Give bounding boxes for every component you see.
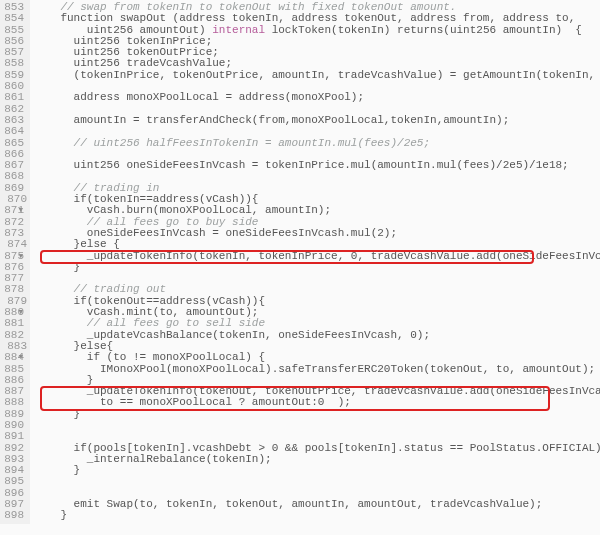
- code-area[interactable]: // swap from tokenIn to tokenOut with fi…: [30, 0, 600, 524]
- code-line[interactable]: }: [34, 262, 600, 273]
- code-line[interactable]: // uint256 halfFeesInTokenIn = amountIn.…: [34, 138, 600, 149]
- code-line[interactable]: IMonoXPool(monoXPoolLocal).safeTransferE…: [34, 364, 600, 375]
- code-line[interactable]: // all fees go to sell side: [34, 318, 600, 329]
- code-line[interactable]: to == monoXPoolLocal ? amountOut:0 );: [34, 397, 600, 408]
- code-line[interactable]: if (to != monoXPoolLocal) {: [34, 352, 600, 363]
- line-number: 861: [2, 92, 24, 103]
- line-number: 891: [2, 431, 24, 442]
- code-line[interactable]: }: [34, 465, 600, 476]
- code-line[interactable]: emit Swap(to, tokenIn, tokenOut, amountI…: [34, 499, 600, 510]
- line-number: 854: [2, 13, 24, 24]
- code-line[interactable]: [34, 431, 600, 442]
- line-number: 881: [2, 318, 24, 329]
- code-line[interactable]: function swapOut (address tokenIn, addre…: [34, 13, 600, 24]
- line-number: 898: [2, 510, 24, 521]
- code-line[interactable]: (tokenInPrice, tokenOutPrice, amountIn, …: [34, 70, 600, 81]
- code-line[interactable]: _internalRebalance(tokenIn);: [34, 454, 600, 465]
- code-editor[interactable]: 8538548558568578588598608618628638648658…: [0, 0, 600, 524]
- code-line[interactable]: }: [34, 409, 600, 420]
- line-number: 864: [2, 126, 24, 137]
- line-number: 874 ▾: [2, 239, 24, 250]
- code-line[interactable]: _updateVcashBalance(tokenIn, oneSideFees…: [34, 330, 600, 341]
- line-gutter: 8538548558568578588598608618628638648658…: [0, 0, 30, 524]
- line-number: 884: [2, 352, 24, 363]
- line-number: 871: [2, 205, 24, 216]
- code-line[interactable]: [34, 476, 600, 487]
- line-number: 888: [2, 397, 24, 408]
- code-line[interactable]: amountIn = transferAndCheck(from,monoXPo…: [34, 115, 600, 126]
- code-line[interactable]: [34, 420, 600, 431]
- code-line[interactable]: }else {: [34, 239, 600, 250]
- code-line[interactable]: _updateTokenInfo(tokenIn, tokenInPrice, …: [34, 251, 600, 262]
- code-line[interactable]: }: [34, 510, 600, 521]
- code-line[interactable]: uint256 oneSideFeesInVcash = tokenInPric…: [34, 160, 600, 171]
- code-line[interactable]: address monoXPoolLocal = address(monoXPo…: [34, 92, 600, 103]
